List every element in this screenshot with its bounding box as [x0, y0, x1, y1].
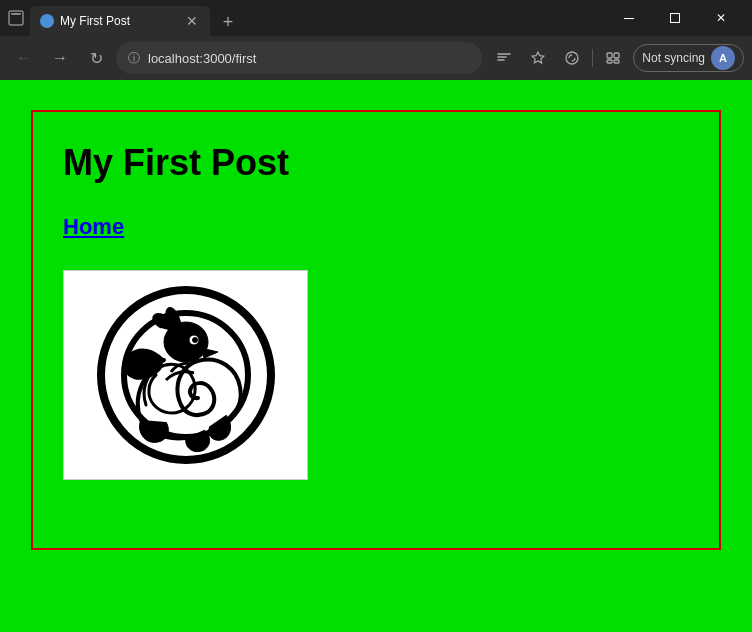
active-tab[interactable]: My First Post ✕ [30, 6, 210, 36]
info-icon: ⓘ [128, 50, 140, 67]
sync-label: Not syncing [642, 51, 705, 65]
reader-mode-button[interactable] [490, 44, 518, 72]
svg-rect-6 [607, 60, 612, 63]
forward-icon: → [52, 49, 68, 67]
nav-bar: ← → ↻ ⓘ localhost:3000/first [0, 36, 752, 80]
new-tab-button[interactable]: + [214, 8, 242, 36]
sync-button[interactable]: Not syncing A [633, 44, 744, 72]
tab-bar: My First Post ✕ + [30, 0, 606, 36]
avatar-initials: A [719, 52, 727, 64]
svg-point-3 [566, 52, 578, 64]
svg-rect-5 [614, 53, 619, 58]
nav-divider [592, 49, 593, 67]
post-title: My First Post [63, 142, 689, 184]
home-link[interactable]: Home [63, 214, 689, 240]
window-icon [8, 10, 24, 26]
svg-rect-7 [614, 60, 619, 63]
close-button[interactable]: ✕ [698, 0, 744, 36]
refresh-icon: ↻ [90, 49, 103, 68]
close-icon: ✕ [716, 11, 726, 25]
maximize-icon [670, 13, 680, 23]
back-button[interactable]: ← [8, 42, 40, 74]
minimize-button[interactable] [606, 0, 652, 36]
minimize-icon [624, 18, 634, 19]
page-content: My First Post Home [0, 80, 752, 580]
tab-close-button[interactable]: ✕ [184, 13, 200, 29]
profile-avatar: A [711, 46, 735, 70]
svg-rect-1 [11, 13, 21, 15]
svg-point-12 [192, 338, 197, 343]
address-bar[interactable]: ⓘ localhost:3000/first [116, 42, 482, 74]
svg-point-2 [43, 17, 51, 25]
refresh-button[interactable]: ↻ [80, 42, 112, 74]
window-controls: ✕ [606, 0, 744, 36]
address-text: localhost:3000/first [148, 51, 470, 66]
forward-button[interactable]: → [44, 42, 76, 74]
extensions-button[interactable] [558, 44, 586, 72]
nav-actions: Not syncing A [490, 44, 744, 72]
title-bar: My First Post ✕ + ✕ [0, 0, 752, 36]
favorites-button[interactable] [524, 44, 552, 72]
content-box: My First Post Home [31, 110, 721, 550]
collections-button[interactable] [599, 44, 627, 72]
tab-favicon [40, 14, 54, 28]
back-icon: ← [16, 49, 32, 67]
maximize-button[interactable] [652, 0, 698, 36]
post-image [63, 270, 308, 480]
tab-title: My First Post [60, 14, 178, 28]
svg-rect-4 [607, 53, 612, 58]
